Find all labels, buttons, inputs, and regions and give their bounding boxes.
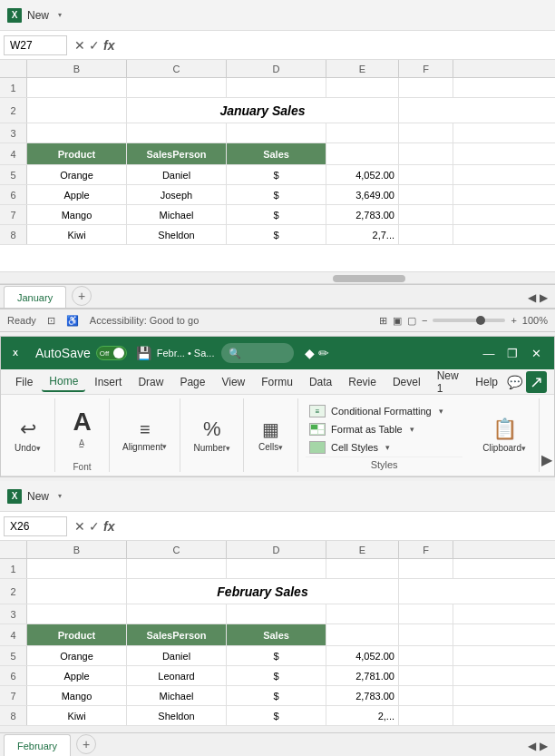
cell-c-b2[interactable]: February Sales: [127, 579, 399, 604]
cell-d6[interactable]: $: [227, 185, 326, 204]
view-layout-icon[interactable]: ▣: [393, 315, 402, 327]
pencil-icon[interactable]: ✏: [318, 346, 329, 360]
cell-f5[interactable]: [399, 165, 453, 184]
cell-c-b8[interactable]: Sheldon: [127, 706, 227, 725]
cell-d-b6[interactable]: $: [227, 666, 326, 685]
restore-btn[interactable]: ❐: [501, 342, 523, 364]
cell-d-b4[interactable]: Sales: [227, 624, 326, 645]
cell-b-b4[interactable]: Product: [27, 624, 127, 645]
menu-data[interactable]: Data: [302, 373, 339, 391]
menu-review[interactable]: Revie: [341, 373, 384, 391]
cell-f8[interactable]: [399, 225, 453, 244]
cell-e-b3[interactable]: [326, 604, 399, 623]
sheet-nav-left[interactable]: ◀: [528, 291, 536, 304]
sheet-nav-right-b[interactable]: ▶: [540, 740, 548, 752]
ribbon-search-input[interactable]: [221, 343, 294, 363]
alignment-button[interactable]: ≡ Alignment ▾: [117, 416, 172, 456]
cell-d5[interactable]: $: [227, 165, 326, 184]
zoom-slider[interactable]: [433, 319, 505, 322]
cell-b-b3[interactable]: [27, 604, 127, 623]
cell-c4-header[interactable]: SalesPerson: [127, 143, 227, 164]
number-button[interactable]: % Number ▾: [188, 414, 236, 457]
minimize-btn[interactable]: —: [478, 342, 500, 364]
zoom-plus[interactable]: +: [511, 315, 516, 326]
ribbon-expand[interactable]: ▶: [540, 398, 554, 472]
cell-e-b8[interactable]: 2,...: [326, 706, 399, 725]
alignment-dropdown[interactable]: ▾: [162, 442, 167, 451]
sheet-nav-left-b[interactable]: ◀: [528, 740, 536, 752]
format-as-table-btn[interactable]: Format as Table ▾: [306, 420, 462, 438]
conditional-formatting-btn[interactable]: ≡ Conditional Formatting ▾: [306, 402, 462, 420]
cell-e-b5[interactable]: 4,052.00: [326, 646, 399, 665]
cell-f3[interactable]: [399, 123, 453, 142]
formula-confirm-icon[interactable]: ✓: [89, 38, 100, 53]
cell-c6[interactable]: Joseph: [127, 185, 227, 204]
cell-e-b4[interactable]: [326, 624, 399, 645]
cell-styles-btn[interactable]: Cell Styles ▾: [306, 438, 462, 457]
menu-help[interactable]: Help: [468, 373, 505, 391]
undo-dropdown[interactable]: ▾: [36, 444, 41, 453]
cell-e6[interactable]: 3,649.00: [326, 185, 399, 204]
cell-d3[interactable]: [227, 123, 326, 142]
formula-fx-icon[interactable]: fx: [103, 38, 114, 53]
cell-d7[interactable]: $: [227, 205, 326, 224]
title-dropdown-bottom[interactable]: ▾: [53, 489, 67, 504]
cell-b8[interactable]: Kiwi: [27, 225, 127, 244]
title-dropdown-arrow-top[interactable]: ▾: [53, 8, 67, 23]
cell-c8[interactable]: Sheldon: [127, 225, 227, 244]
sheet-nav-right[interactable]: ▶: [540, 291, 548, 304]
cell-f-b3[interactable]: [399, 604, 453, 623]
cell-b-b2[interactable]: [27, 579, 127, 604]
cell-c2[interactable]: January Sales: [127, 98, 399, 123]
cell-b6[interactable]: Apple: [27, 185, 127, 204]
cell-e-b1[interactable]: [326, 559, 399, 578]
cell-b4-header[interactable]: Product: [27, 143, 127, 164]
bottom-formula-input[interactable]: [118, 516, 551, 536]
cell-d4-header[interactable]: Sales: [227, 143, 326, 164]
cell-f-b8[interactable]: [399, 706, 453, 725]
share-btn[interactable]: ↗: [526, 371, 547, 393]
cell-f-b1[interactable]: [399, 559, 453, 578]
cell-c-b6[interactable]: Leonard: [127, 666, 227, 685]
top-formula-input[interactable]: [118, 35, 551, 55]
save-icon[interactable]: 💾: [136, 346, 151, 360]
cell-d8[interactable]: $: [227, 225, 326, 244]
cell-b-b7[interactable]: Mango: [27, 686, 127, 705]
cell-d-b7[interactable]: $: [227, 686, 326, 705]
share-icon[interactable]: 💬: [507, 375, 522, 389]
cell-e8[interactable]: 2,7...: [326, 225, 399, 244]
formula-confirm-icon-b[interactable]: ✓: [89, 519, 100, 534]
cell-f-b7[interactable]: [399, 686, 453, 705]
menu-page[interactable]: Page: [172, 373, 212, 391]
cell-b-b8[interactable]: Kiwi: [27, 706, 127, 725]
cell-c1[interactable]: [127, 78, 227, 97]
cell-b2[interactable]: [27, 98, 127, 123]
scrollbar-thumb-top[interactable]: [333, 275, 405, 282]
cell-c-b5[interactable]: Daniel: [127, 646, 227, 665]
cell-c-b3[interactable]: [127, 604, 227, 623]
cell-f-b4[interactable]: [399, 624, 453, 645]
cell-f7[interactable]: [399, 205, 453, 224]
cell-f1[interactable]: [399, 78, 453, 97]
formula-cancel-icon[interactable]: ✕: [74, 38, 85, 53]
menu-insert[interactable]: Insert: [87, 373, 129, 391]
menu-home[interactable]: Home: [42, 372, 85, 392]
cell-b-b5[interactable]: Orange: [27, 646, 127, 665]
menu-developer[interactable]: Devel: [385, 373, 428, 391]
cells-button[interactable]: ▦ Cells ▾: [253, 415, 288, 456]
undo-button[interactable]: ↩ Undo ▾: [9, 414, 46, 457]
cell-c3[interactable]: [127, 123, 227, 142]
menu-formulas[interactable]: Formu: [254, 373, 300, 391]
number-dropdown[interactable]: ▾: [226, 444, 230, 453]
menu-view[interactable]: View: [214, 373, 252, 391]
cell-b-b6[interactable]: Apple: [27, 666, 127, 685]
clipboard-button[interactable]: 📋 Clipboard ▾: [477, 414, 531, 457]
close-btn[interactable]: ✕: [525, 342, 547, 364]
menu-draw[interactable]: Draw: [131, 373, 170, 391]
sheet-tab-february[interactable]: February: [4, 734, 71, 756]
bottom-cell-ref[interactable]: X26: [4, 516, 67, 536]
cell-d1[interactable]: [227, 78, 326, 97]
cell-c-b7[interactable]: Michael: [127, 686, 227, 705]
cell-b7[interactable]: Mango: [27, 205, 127, 224]
cell-b5[interactable]: Orange: [27, 165, 127, 184]
